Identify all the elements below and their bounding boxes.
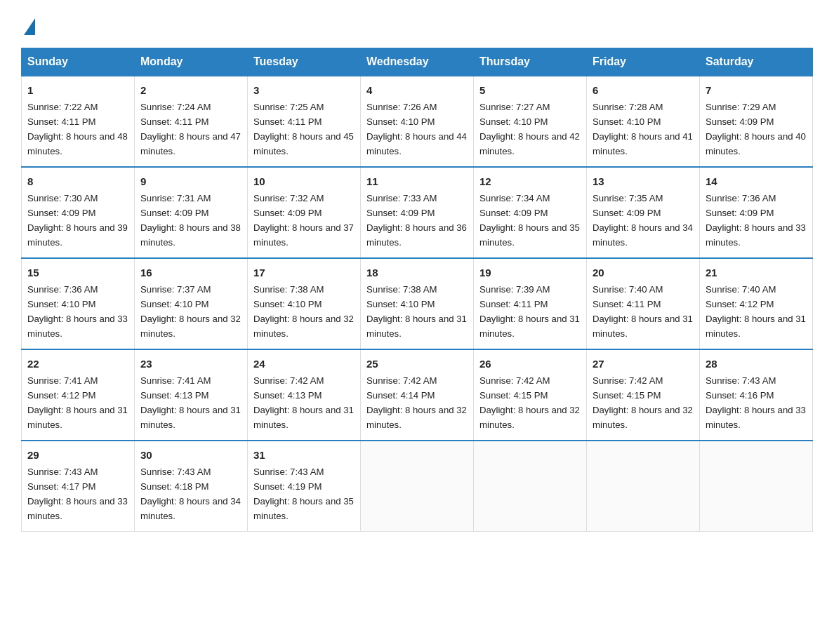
calendar-cell-day-9: 9 Sunrise: 7:31 AMSunset: 4:09 PMDayligh… <box>135 167 248 258</box>
day-info: Sunrise: 7:25 AMSunset: 4:11 PMDaylight:… <box>253 102 354 156</box>
day-number: 9 <box>140 173 241 189</box>
day-number: 24 <box>253 356 355 372</box>
calendar-cell-day-18: 18 Sunrise: 7:38 AMSunset: 4:10 PMDaylig… <box>361 258 474 349</box>
calendar-cell-day-23: 23 Sunrise: 7:41 AMSunset: 4:13 PMDaylig… <box>135 349 248 441</box>
calendar-cell-day-27: 27 Sunrise: 7:42 AMSunset: 4:15 PMDaylig… <box>587 349 700 441</box>
day-number: 20 <box>593 264 694 281</box>
day-info: Sunrise: 7:42 AMSunset: 4:13 PMDaylight:… <box>253 375 354 430</box>
day-info: Sunrise: 7:42 AMSunset: 4:15 PMDaylight:… <box>593 375 693 430</box>
page-header <box>21 14 813 35</box>
calendar-cell-day-5: 5 Sunrise: 7:27 AMSunset: 4:10 PMDayligh… <box>474 76 587 167</box>
day-number: 28 <box>706 356 807 372</box>
weekday-header-monday: Monday <box>135 48 248 76</box>
calendar-cell-day-6: 6 Sunrise: 7:28 AMSunset: 4:10 PMDayligh… <box>587 76 700 167</box>
day-number: 25 <box>366 356 468 372</box>
day-info: Sunrise: 7:28 AMSunset: 4:10 PMDaylight:… <box>593 102 693 156</box>
day-info: Sunrise: 7:34 AMSunset: 4:09 PMDaylight:… <box>479 193 580 248</box>
day-number: 4 <box>366 82 468 98</box>
calendar-week-row: 1 Sunrise: 7:22 AMSunset: 4:11 PMDayligh… <box>22 76 813 167</box>
calendar-cell-day-31: 31 Sunrise: 7:43 AMSunset: 4:19 PMDaylig… <box>248 441 361 531</box>
day-info: Sunrise: 7:36 AMSunset: 4:10 PMDaylight:… <box>27 284 128 339</box>
calendar-cell-day-20: 20 Sunrise: 7:40 AMSunset: 4:11 PMDaylig… <box>587 258 700 349</box>
day-info: Sunrise: 7:35 AMSunset: 4:09 PMDaylight:… <box>593 193 693 248</box>
calendar-cell-day-15: 15 Sunrise: 7:36 AMSunset: 4:10 PMDaylig… <box>22 258 135 349</box>
calendar-cell-empty <box>700 441 813 531</box>
weekday-header-wednesday: Wednesday <box>361 48 474 76</box>
day-info: Sunrise: 7:36 AMSunset: 4:09 PMDaylight:… <box>706 193 806 248</box>
day-info: Sunrise: 7:42 AMSunset: 4:15 PMDaylight:… <box>479 375 580 430</box>
day-info: Sunrise: 7:41 AMSunset: 4:13 PMDaylight:… <box>140 375 241 430</box>
day-info: Sunrise: 7:33 AMSunset: 4:09 PMDaylight:… <box>366 193 467 248</box>
day-number: 15 <box>27 264 128 281</box>
calendar-cell-day-24: 24 Sunrise: 7:42 AMSunset: 4:13 PMDaylig… <box>248 349 361 441</box>
day-number: 10 <box>253 173 355 189</box>
calendar-cell-empty <box>361 441 474 531</box>
day-info: Sunrise: 7:26 AMSunset: 4:10 PMDaylight:… <box>366 102 467 156</box>
day-number: 7 <box>706 82 807 98</box>
calendar-cell-day-7: 7 Sunrise: 7:29 AMSunset: 4:09 PMDayligh… <box>700 76 813 167</box>
logo <box>21 14 35 35</box>
day-number: 29 <box>27 447 128 463</box>
day-info: Sunrise: 7:43 AMSunset: 4:17 PMDaylight:… <box>27 467 128 521</box>
calendar-cell-day-1: 1 Sunrise: 7:22 AMSunset: 4:11 PMDayligh… <box>22 76 135 167</box>
calendar-cell-day-16: 16 Sunrise: 7:37 AMSunset: 4:10 PMDaylig… <box>135 258 248 349</box>
day-info: Sunrise: 7:42 AMSunset: 4:14 PMDaylight:… <box>366 375 467 430</box>
day-number: 16 <box>140 264 241 281</box>
day-number: 8 <box>27 173 128 189</box>
calendar-cell-empty <box>474 441 587 531</box>
calendar-cell-day-14: 14 Sunrise: 7:36 AMSunset: 4:09 PMDaylig… <box>700 167 813 258</box>
calendar-cell-day-4: 4 Sunrise: 7:26 AMSunset: 4:10 PMDayligh… <box>361 76 474 167</box>
day-info: Sunrise: 7:29 AMSunset: 4:09 PMDaylight:… <box>706 102 806 156</box>
calendar-table: SundayMondayTuesdayWednesdayThursdayFrid… <box>21 48 813 532</box>
calendar-cell-day-17: 17 Sunrise: 7:38 AMSunset: 4:10 PMDaylig… <box>248 258 361 349</box>
calendar-cell-day-22: 22 Sunrise: 7:41 AMSunset: 4:12 PMDaylig… <box>22 349 135 441</box>
day-info: Sunrise: 7:40 AMSunset: 4:12 PMDaylight:… <box>706 284 806 339</box>
day-info: Sunrise: 7:43 AMSunset: 4:16 PMDaylight:… <box>706 375 806 430</box>
day-number: 19 <box>479 264 581 281</box>
day-number: 3 <box>253 82 355 98</box>
day-info: Sunrise: 7:40 AMSunset: 4:11 PMDaylight:… <box>593 284 693 339</box>
day-info: Sunrise: 7:22 AMSunset: 4:11 PMDaylight:… <box>27 102 128 156</box>
day-number: 2 <box>140 82 241 98</box>
calendar-cell-day-11: 11 Sunrise: 7:33 AMSunset: 4:09 PMDaylig… <box>361 167 474 258</box>
calendar-cell-day-29: 29 Sunrise: 7:43 AMSunset: 4:17 PMDaylig… <box>22 441 135 531</box>
day-number: 12 <box>479 173 581 189</box>
calendar-week-row: 15 Sunrise: 7:36 AMSunset: 4:10 PMDaylig… <box>22 258 813 349</box>
calendar-cell-day-12: 12 Sunrise: 7:34 AMSunset: 4:09 PMDaylig… <box>474 167 587 258</box>
day-number: 6 <box>593 82 694 98</box>
day-info: Sunrise: 7:38 AMSunset: 4:10 PMDaylight:… <box>366 284 467 339</box>
day-number: 13 <box>593 173 694 189</box>
calendar-cell-day-25: 25 Sunrise: 7:42 AMSunset: 4:14 PMDaylig… <box>361 349 474 441</box>
weekday-header-tuesday: Tuesday <box>248 48 361 76</box>
day-info: Sunrise: 7:38 AMSunset: 4:10 PMDaylight:… <box>253 284 354 339</box>
day-number: 31 <box>253 447 355 463</box>
day-info: Sunrise: 7:27 AMSunset: 4:10 PMDaylight:… <box>479 102 580 156</box>
weekday-header-friday: Friday <box>587 48 700 76</box>
calendar-cell-day-8: 8 Sunrise: 7:30 AMSunset: 4:09 PMDayligh… <box>22 167 135 258</box>
day-info: Sunrise: 7:31 AMSunset: 4:09 PMDaylight:… <box>140 193 241 248</box>
calendar-cell-day-10: 10 Sunrise: 7:32 AMSunset: 4:09 PMDaylig… <box>248 167 361 258</box>
weekday-header-saturday: Saturday <box>700 48 813 76</box>
calendar-cell-day-2: 2 Sunrise: 7:24 AMSunset: 4:11 PMDayligh… <box>135 76 248 167</box>
weekday-header-thursday: Thursday <box>474 48 587 76</box>
day-info: Sunrise: 7:39 AMSunset: 4:11 PMDaylight:… <box>479 284 580 339</box>
day-number: 14 <box>706 173 807 189</box>
day-number: 21 <box>706 264 807 281</box>
day-info: Sunrise: 7:43 AMSunset: 4:18 PMDaylight:… <box>140 467 241 521</box>
day-number: 18 <box>366 264 468 281</box>
day-number: 22 <box>27 356 128 372</box>
calendar-cell-day-19: 19 Sunrise: 7:39 AMSunset: 4:11 PMDaylig… <box>474 258 587 349</box>
calendar-cell-day-30: 30 Sunrise: 7:43 AMSunset: 4:18 PMDaylig… <box>135 441 248 531</box>
weekday-header-sunday: Sunday <box>22 48 135 76</box>
calendar-week-row: 8 Sunrise: 7:30 AMSunset: 4:09 PMDayligh… <box>22 167 813 258</box>
calendar-cell-day-26: 26 Sunrise: 7:42 AMSunset: 4:15 PMDaylig… <box>474 349 587 441</box>
calendar-week-row: 22 Sunrise: 7:41 AMSunset: 4:12 PMDaylig… <box>22 349 813 441</box>
day-info: Sunrise: 7:43 AMSunset: 4:19 PMDaylight:… <box>253 467 354 521</box>
day-number: 27 <box>593 356 694 372</box>
day-number: 30 <box>140 447 241 463</box>
day-number: 5 <box>479 82 581 98</box>
calendar-week-row: 29 Sunrise: 7:43 AMSunset: 4:17 PMDaylig… <box>22 441 813 531</box>
day-info: Sunrise: 7:37 AMSunset: 4:10 PMDaylight:… <box>140 284 241 339</box>
day-number: 17 <box>253 264 355 281</box>
day-number: 26 <box>479 356 581 372</box>
